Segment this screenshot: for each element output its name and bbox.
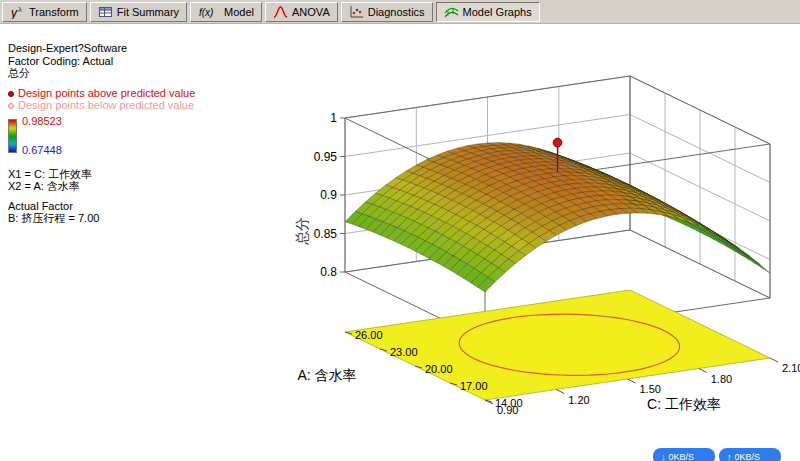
svg-text:0.85: 0.85 [314, 227, 338, 241]
design-point-below-icon [8, 103, 14, 109]
z-axis: 10.950.90.850.8总分 [294, 111, 345, 279]
svg-text:A: 含水率: A: 含水率 [297, 367, 356, 383]
download-speed: 0KB/S [669, 452, 695, 461]
design-point-above-icon [8, 91, 14, 97]
legend-points-above: Design points above predicted value [8, 87, 195, 100]
floor-contour-plane: 26.0023.0020.0017.0014.000.901.201.501.8… [297, 290, 800, 416]
svg-text:y: y [10, 6, 18, 19]
transform-button[interactable]: yλ Transform [2, 2, 87, 22]
color-scale-bar [8, 119, 17, 153]
diagnostics-button-label: Diagnostics [368, 6, 425, 18]
model-button[interactable]: f(x) Model [190, 2, 262, 22]
svg-text:0.8: 0.8 [320, 265, 337, 279]
fit-summary-button[interactable]: Fit Summary [90, 2, 187, 22]
legend-points-below: Design points below predicted value [8, 99, 195, 112]
fit-summary-button-label: Fit Summary [117, 6, 179, 18]
actual-factor-value: B: 挤压行程 = 7.00 [8, 212, 195, 225]
model-graphs-button-label: Model Graphs [463, 6, 532, 18]
svg-text:0.90: 0.90 [497, 404, 518, 416]
response-name: 总分 [8, 67, 195, 80]
summary-table-icon [98, 5, 113, 19]
svg-text:1.20: 1.20 [568, 394, 589, 406]
spacer [8, 161, 195, 168]
transform-button-label: Transform [29, 6, 79, 18]
svg-text:1.50: 1.50 [640, 383, 661, 395]
svg-text:26.00: 26.00 [355, 329, 383, 341]
y-lambda-icon: yλ [10, 5, 25, 19]
factor-coding-label: Factor Coding: Actual [8, 55, 195, 68]
svg-text:总分: 总分 [294, 217, 310, 245]
spacer [8, 193, 195, 200]
svg-text:C: 工作效率: C: 工作效率 [647, 396, 721, 412]
legend-panel: Design-Expert?Software Factor Coding: Ac… [8, 42, 195, 225]
model-graphs-button[interactable]: Model Graphs [436, 2, 540, 22]
toolbar: yλ Transform Fit Summary f(x) Model ANOV… [0, 0, 800, 24]
svg-text:λ: λ [18, 5, 22, 14]
upload-arrow-icon: ↑ [727, 452, 732, 461]
scale-max-value: 0.98523 [22, 115, 62, 128]
network-upload-pill[interactable]: ↑0KB/S [719, 448, 781, 461]
anova-button-label: ANOVA [292, 6, 330, 18]
fx-icon: f(x) [198, 5, 220, 19]
anova-button[interactable]: ANOVA [265, 2, 338, 22]
diagnostics-plot-icon [349, 5, 364, 19]
diagnostics-button[interactable]: Diagnostics [341, 2, 433, 22]
svg-text:20.00: 20.00 [425, 363, 453, 375]
download-arrow-icon: ↓ [661, 452, 666, 461]
color-scale-legend: 0.98523 0.67448 [8, 115, 195, 159]
scale-min-value: 0.67448 [22, 144, 62, 157]
svg-text:1.80: 1.80 [711, 373, 732, 385]
spacer [8, 80, 195, 87]
network-download-pill[interactable]: ↓0KB/S [653, 448, 715, 461]
svg-text:f(x): f(x) [199, 7, 213, 18]
model-button-label: Model [224, 6, 254, 18]
actual-factor-label: Actual Factor [8, 200, 195, 213]
surface-graph-icon [444, 5, 459, 19]
legend-points-below-label: Design points below predicted value [18, 99, 194, 111]
svg-text:0.9: 0.9 [320, 188, 337, 202]
svg-text:1: 1 [330, 111, 337, 125]
svg-text:17.00: 17.00 [460, 380, 488, 392]
svg-text:2.10: 2.10 [782, 362, 800, 374]
bell-curve-icon [273, 5, 288, 19]
svg-text:0.95: 0.95 [314, 150, 338, 164]
x1-assignment: X1 = C: 工作效率 [8, 168, 195, 181]
upload-speed: 0KB/S [735, 452, 761, 461]
app-title: Design-Expert?Software [8, 42, 195, 55]
x2-assignment: X2 = A: 含水率 [8, 180, 195, 193]
svg-text:23.00: 23.00 [390, 346, 418, 358]
legend-points-above-label: Design points above predicted value [18, 87, 195, 99]
